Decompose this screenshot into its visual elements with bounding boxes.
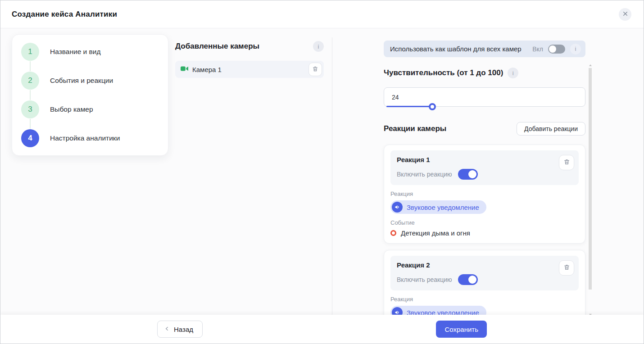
back-button-label: Назад — [174, 326, 193, 333]
step-label: Настройка аналитики — [50, 134, 120, 142]
template-banner: Использовать как шаблон для всех камер В… — [384, 41, 585, 57]
reactions-title: Реакции камеры — [384, 124, 446, 133]
enable-reaction-label: Включить реакцию — [397, 171, 452, 178]
reaction-chip-label: Звуковое уведомление — [407, 204, 479, 211]
reaction-card-1: Реакция 1 Включить реакцию Реакция — [384, 145, 585, 244]
step-label: События и реакции — [50, 77, 113, 85]
reaction-field-label: Реакция — [390, 296, 579, 303]
template-banner-label: Использовать как шаблон для всех камер — [390, 45, 522, 53]
toggle-knob — [549, 45, 556, 53]
delete-camera-button[interactable] — [308, 63, 322, 76]
wizard-step-4-active[interactable]: 4 Настройка аналитики — [21, 129, 159, 147]
vertical-scrollbar[interactable] — [589, 64, 592, 315]
reaction-title: Реакция 2 — [397, 261, 573, 269]
cameras-column: Добавленные камеры i Камера 1 — [175, 28, 332, 315]
close-icon — [622, 11, 628, 18]
enable-reaction-toggle[interactable] — [458, 274, 478, 285]
create-analytics-case-modal: Создание кейса Аналитики 1 Название и ви… — [0, 0, 644, 344]
cameras-title: Добавленные камеры — [175, 42, 259, 51]
sensitivity-slider-track — [386, 106, 435, 107]
trash-icon — [312, 66, 318, 73]
step-label: Выбор камер — [50, 105, 93, 113]
event-name: Детекция дыма и огня — [401, 229, 470, 237]
camera-name: Камера 1 — [192, 66, 222, 73]
wizard-step-3[interactable]: 3 Выбор камер — [21, 100, 159, 118]
step-label: Название и вид — [50, 48, 100, 56]
event-status-icon — [390, 230, 396, 236]
toggle-knob — [468, 170, 476, 178]
settings-panel: Использовать как шаблон для всех камер В… — [332, 28, 644, 315]
sensitivity-value: 24 — [392, 94, 399, 101]
scroll-up-arrow-icon[interactable] — [589, 64, 592, 66]
enable-reaction-row: Включить реакцию — [397, 169, 573, 180]
reaction-card-header: Реакция 1 Включить реакцию — [390, 150, 579, 185]
enable-reaction-row: Включить реакцию — [397, 274, 573, 285]
info-icon[interactable]: i — [570, 44, 581, 54]
reaction-card-header: Реакция 2 Включить реакцию — [390, 256, 579, 290]
modal-header: Создание кейса Аналитики — [0, 0, 644, 28]
settings-content: Использовать как шаблон для всех камер В… — [384, 41, 585, 315]
step-connector — [30, 90, 31, 100]
trash-icon — [563, 158, 570, 167]
template-banner-controls: Вкл i — [532, 44, 581, 54]
toggle-knob — [468, 276, 476, 284]
save-button[interactable]: Сохранить — [436, 321, 487, 338]
enable-reaction-label: Включить реакцию — [397, 276, 452, 283]
sensitivity-header: Чувствительность (от 1 до 100) i — [384, 68, 585, 78]
step-number-badge: 4 — [21, 129, 39, 147]
back-button[interactable]: Назад — [157, 321, 203, 338]
chevron-left-icon — [164, 326, 170, 333]
info-icon[interactable]: i — [508, 68, 518, 78]
toggle-state-label: Вкл — [532, 45, 543, 53]
cameras-header: Добавленные камеры i — [175, 41, 324, 52]
sensitivity-slider-thumb[interactable] — [429, 103, 436, 110]
add-reactions-button[interactable]: Добавить реакции — [517, 122, 585, 136]
step-number-badge: 3 — [21, 100, 39, 118]
step-connector — [30, 61, 31, 71]
reaction-field-label: Реакция — [390, 190, 579, 197]
step-number-badge: 1 — [21, 43, 39, 61]
scrollbar-thumb[interactable] — [589, 68, 592, 290]
delete-reaction-button[interactable] — [559, 155, 574, 170]
close-button[interactable] — [619, 8, 631, 21]
sensitivity-title: Чувствительность (от 1 до 100) — [384, 68, 503, 77]
enable-reaction-toggle[interactable] — [458, 169, 478, 180]
modal-footer: Назад Сохранить — [0, 315, 644, 344]
event-row: Детекция дыма и огня — [390, 229, 579, 237]
reaction-chip-label: Звуковое уведомление — [407, 309, 479, 315]
reactions-header: Реакции камеры Добавить реакции — [384, 122, 585, 136]
step-number-badge: 2 — [21, 72, 39, 90]
step-connector — [30, 119, 31, 129]
wizard-column: 1 Название и вид 2 События и реакции 3 В… — [0, 28, 175, 315]
sensitivity-input[interactable]: 24 — [384, 87, 585, 107]
event-field-label: Событие — [390, 219, 579, 226]
wizard-step-1[interactable]: 1 Название и вид — [21, 43, 159, 61]
reaction-chip[interactable]: Звуковое уведомление — [390, 200, 486, 214]
page-title: Создание кейса Аналитики — [12, 10, 117, 19]
speaker-icon — [392, 307, 403, 315]
camera-list-item[interactable]: Камера 1 — [175, 61, 324, 78]
delete-reaction-button[interactable] — [559, 260, 574, 276]
info-icon[interactable]: i — [313, 41, 324, 52]
template-toggle[interactable] — [548, 45, 565, 54]
modal-body: 1 Название и вид 2 События и реакции 3 В… — [0, 28, 644, 315]
reaction-card-2: Реакция 2 Включить реакцию Реакция — [384, 250, 585, 315]
speaker-icon — [392, 202, 403, 213]
wizard-steps-card: 1 Название и вид 2 События и реакции 3 В… — [12, 34, 168, 156]
reaction-title: Реакция 1 — [397, 156, 573, 163]
video-camera-icon — [181, 65, 188, 73]
reaction-chip[interactable]: Звуковое уведомление — [390, 306, 486, 315]
wizard-step-2[interactable]: 2 События и реакции — [21, 72, 159, 90]
trash-icon — [563, 264, 570, 272]
